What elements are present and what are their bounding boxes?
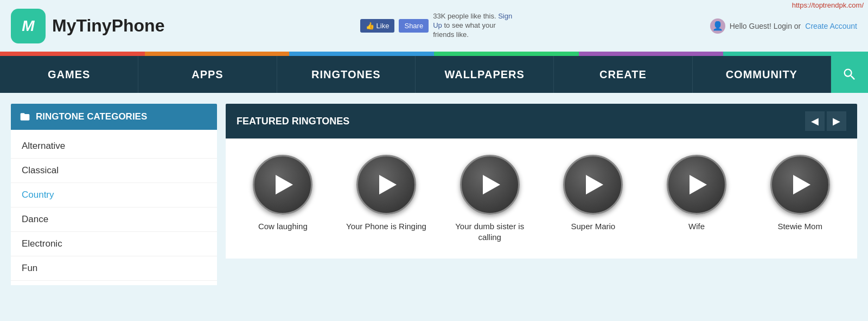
sidebar-item-classical[interactable]: Classical	[11, 159, 217, 183]
user-area: 👤 Hello Guest! Login or Create Account	[710, 18, 857, 34]
top-bar: M MyTinyPhone 👍 Like Share 33K people li…	[0, 0, 868, 52]
sidebar-item-dance[interactable]: Dance	[11, 207, 217, 232]
facebook-like-button[interactable]: 👍 Like	[360, 19, 394, 33]
sidebar-item-country[interactable]: Country	[11, 183, 217, 207]
logo-area: M MyTinyPhone	[11, 9, 164, 43]
color-bar	[0, 52, 868, 56]
sidebar-header: RINGTONE CATEGORIES	[11, 104, 217, 130]
search-icon	[842, 67, 857, 82]
color-segment-2	[145, 52, 290, 56]
sidebar-list: Alternative Classical Country Dance Elec…	[11, 130, 217, 285]
color-segment-6	[723, 52, 868, 56]
nav-item-create[interactable]: CREATE	[554, 56, 692, 93]
color-segment-1	[0, 52, 145, 56]
create-account-link[interactable]: Create Account	[805, 22, 857, 30]
color-segment-3	[289, 52, 434, 56]
ringtone-title-1: Your Phone is Ringing	[346, 221, 426, 232]
user-icon: 👤	[710, 18, 725, 34]
nav-item-wallpapers[interactable]: WALLPAPERS	[416, 56, 554, 93]
ringtone-title-4: Wife	[688, 221, 705, 232]
nav-bar: GAMES APPS RINGTONES WALLPAPERS CREATE C…	[0, 56, 868, 93]
ringtones-grid: Cow laughing Your Phone is Ringing Your …	[226, 139, 857, 259]
facebook-area: 👍 Like Share 33K people like this. Sign …	[360, 12, 514, 40]
play-button-2[interactable]	[460, 155, 520, 215]
featured-nav: ◀ ▶	[805, 111, 846, 131]
prev-button[interactable]: ◀	[805, 111, 825, 131]
ringtone-item-4: Wife	[645, 149, 749, 248]
ringtone-title-0: Cow laughing	[258, 221, 308, 232]
sidebar-item-alternative[interactable]: Alternative	[11, 134, 217, 159]
play-button-4[interactable]	[667, 155, 726, 215]
play-button-5[interactable]	[770, 155, 830, 215]
logo-text: MyTinyPhone	[52, 16, 164, 36]
play-button-0[interactable]	[253, 155, 312, 215]
ringtone-item-0: Cow laughing	[231, 149, 335, 248]
main-content: RINGTONE CATEGORIES Alternative Classica…	[0, 93, 868, 296]
ringtone-title-5: Stewie Mom	[777, 221, 822, 232]
next-button[interactable]: ▶	[827, 111, 846, 131]
color-segment-4	[434, 52, 579, 56]
play-button-3[interactable]	[563, 155, 623, 215]
featured-header: FEATURED RINGTONES ◀ ▶	[226, 104, 857, 139]
ringtone-title-3: Super Mario	[571, 221, 615, 232]
facebook-text: 33K people like this. Sign Up to see wha…	[433, 12, 514, 40]
url-bar: https://toptrendpk.com/	[788, 0, 868, 10]
sidebar-item-electronic[interactable]: Electronic	[11, 232, 217, 256]
ringtone-item-1: Your Phone is Ringing	[335, 149, 438, 248]
play-button-1[interactable]	[356, 155, 416, 215]
sidebar: RINGTONE CATEGORIES Alternative Classica…	[11, 104, 217, 285]
ringtone-item-5: Stewie Mom	[748, 149, 852, 248]
folder-icon	[20, 111, 30, 122]
logo-icon: M	[11, 9, 46, 43]
sidebar-item-fun[interactable]: Fun	[11, 256, 217, 281]
ringtone-title-2: Your dumb sister is calling	[443, 221, 536, 242]
featured-section: FEATURED RINGTONES ◀ ▶ Cow laughing Your…	[226, 104, 857, 285]
ringtone-item-2: Your dumb sister is calling	[438, 149, 541, 248]
nav-item-games[interactable]: GAMES	[0, 56, 138, 93]
nav-item-apps[interactable]: APPS	[138, 56, 277, 93]
facebook-share-button[interactable]: Share	[399, 19, 429, 33]
ringtone-item-3: Super Mario	[541, 149, 645, 248]
nav-item-community[interactable]: COMMUNITY	[693, 56, 831, 93]
featured-title: FEATURED RINGTONES	[237, 116, 349, 127]
sidebar-header-text: RINGTONE CATEGORIES	[36, 111, 147, 122]
search-button[interactable]	[831, 56, 868, 93]
color-segment-5	[579, 52, 724, 56]
nav-item-ringtones[interactable]: RINGTONES	[277, 56, 416, 93]
